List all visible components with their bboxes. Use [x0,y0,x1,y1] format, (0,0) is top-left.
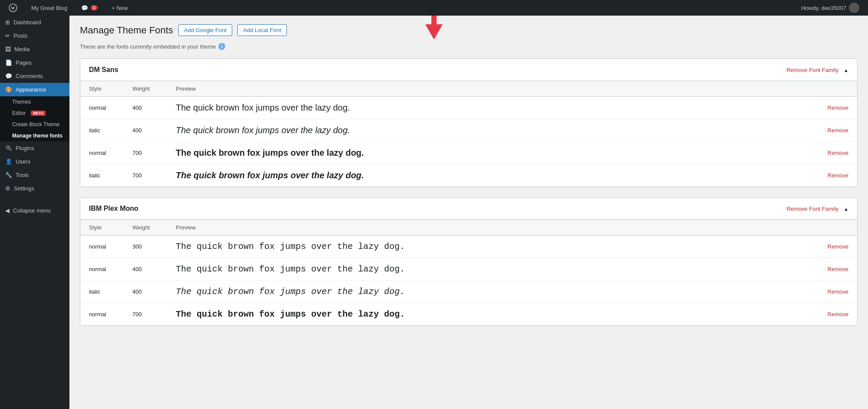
dm-sans-actions: Remove Font Family [786,66,848,73]
admin-bar: W My Great Blog 💬 0 + New Howdy, dee3500… [0,0,868,16]
settings-icon: ⚙ [5,185,10,192]
site-name: My Great Blog [31,5,67,11]
comment-icon: 💬 [81,5,88,11]
sidebar-item-tools[interactable]: 🔧 Tools [0,168,69,182]
ibm-plex-mono-collapse-icon[interactable] [844,205,848,212]
comments-item[interactable]: 💬 0 [78,0,101,16]
remove-dm-sans-button[interactable]: Remove Font Family [786,67,838,73]
table-row: normal 400 The quick brown fox jumps ove… [80,258,857,281]
sidebar-item-pages[interactable]: 📄 Pages [0,56,69,69]
remove-variant-button[interactable]: Remove [828,105,848,111]
comment-count: 0 [91,5,98,10]
sidebar-item-posts[interactable]: ✏ Posts [0,29,69,43]
remove-variant-button[interactable]: Remove [828,311,848,317]
style-cell: normal [80,236,124,258]
weight-cell: 400 [124,119,167,142]
dm-sans-name: DM Sans [89,66,118,74]
collapse-menu[interactable]: ◀ Collapse menu [0,204,69,217]
sidebar-item-appearance[interactable]: 🎨 Appearance [0,83,69,96]
page-title: Manage Theme Fonts [80,25,173,36]
new-item[interactable]: + New [108,0,131,16]
sidebar-item-plugins[interactable]: 🔌 Plugins [0,141,69,155]
appearance-submenu: Themes Editor beta Create Block Theme Ma… [0,96,69,141]
weight-cell: 700 [124,164,167,187]
preview-cell: The quick brown fox jumps over the lazy … [167,119,819,142]
action-cell: Remove [819,281,857,303]
preview-text: The quick brown fox jumps over the lazy … [176,125,350,135]
sidebar-item-users[interactable]: 👤 Users [0,155,69,168]
info-icon[interactable]: i [218,43,225,50]
col-header-preview: Preview [167,220,819,236]
table-row: normal 300 The quick brown fox jumps ove… [80,236,857,258]
weight-cell: 400 [124,258,167,281]
action-cell: Remove [819,258,857,281]
remove-variant-button[interactable]: Remove [828,243,848,250]
sidebar-item-create-block-theme[interactable]: Create Block Theme [0,119,69,130]
remove-variant-button[interactable]: Remove [828,266,848,272]
weight-cell: 400 [124,97,167,119]
preview-text: The quick brown fox jumps over the lazy … [176,170,364,180]
beta-badge: beta [31,111,46,116]
add-google-font-button[interactable]: Add Google Font [178,24,232,36]
dm-sans-collapse-icon[interactable] [844,66,848,73]
sidebar: ⊞ Dashboard ✏ Posts 🖼 Media 📄 Pages 💬 Co… [0,16,69,409]
sidebar-item-settings[interactable]: ⚙ Settings [0,182,69,195]
preview-text: The quick brown fox jumps over the lazy … [176,242,405,252]
remove-variant-button[interactable]: Remove [828,172,848,179]
style-cell: normal [80,258,124,281]
add-local-font-button[interactable]: Add Local Font [237,24,286,36]
remove-variant-button[interactable]: Remove [828,288,848,295]
remove-variant-button[interactable]: Remove [828,127,848,134]
weight-cell: 700 [124,303,167,326]
action-cell: Remove [819,236,857,258]
sidebar-item-editor[interactable]: Editor beta [0,108,69,119]
remove-ibm-plex-mono-button[interactable]: Remove Font Family [786,206,838,212]
comments-icon: 💬 [5,73,12,79]
preview-cell: The quick brown fox jumps over the lazy … [167,142,819,164]
avatar [849,3,859,13]
weight-cell: 700 [124,142,167,164]
dm-sans-header: DM Sans Remove Font Family [80,59,857,81]
howdy-item[interactable]: Howdy, dee35007 [798,0,863,16]
subtitle-text: These are the fonts currently embedded i… [80,43,216,50]
action-cell: Remove [819,164,857,187]
weight-cell: 300 [124,236,167,258]
preview-cell: The quick brown fox jumps over the lazy … [167,258,819,281]
sidebar-item-media[interactable]: 🖼 Media [0,43,69,56]
wp-logo-item[interactable]: W [5,0,21,16]
ibm-plex-mono-table: Style Weight Preview normal 300 The quic… [80,220,857,325]
font-family-card-dm-sans: DM Sans Remove Font Family Style Weight … [80,59,858,187]
tools-icon: 🔧 [5,172,12,178]
plugins-icon: 🔌 [5,145,12,151]
site-name-item[interactable]: My Great Blog [28,0,71,16]
style-cell: normal [80,303,124,326]
preview-cell: The quick brown fox jumps over the lazy … [167,164,819,187]
sidebar-item-manage-theme-fonts[interactable]: Manage theme fonts [0,130,69,141]
ibm-plex-mono-header: IBM Plex Mono Remove Font Family [80,198,857,220]
howdy-text: Howdy, dee35007 [801,5,846,11]
main-content: Manage Theme Fonts Add Google Font Add L… [69,16,868,409]
table-row: normal 700 The quick brown fox jumps ove… [80,142,857,164]
table-row: italic 400 The quick brown fox jumps ove… [80,119,857,142]
table-row: normal 400 The quick brown fox jumps ove… [80,97,857,119]
ibm-plex-mono-actions: Remove Font Family [786,205,848,212]
preview-text: The quick brown fox jumps over the lazy … [176,103,350,112]
page-subtitle: These are the fonts currently embedded i… [80,43,858,50]
sidebar-item-comments[interactable]: 💬 Comments [0,69,69,83]
col-header-style: Style [80,81,124,97]
sidebar-item-dashboard[interactable]: ⊞ Dashboard [0,16,69,29]
action-cell: Remove [819,303,857,326]
preview-cell: The quick brown fox jumps over the lazy … [167,281,819,303]
col-header-weight: Weight [124,220,167,236]
new-label: + New [112,5,128,11]
col-header-style: Style [80,220,124,236]
remove-variant-button[interactable]: Remove [828,150,848,156]
table-row: normal 700 The quick brown fox jumps ove… [80,303,857,326]
style-cell: italic [80,164,124,187]
preview-cell: The quick brown fox jumps over the lazy … [167,97,819,119]
preview-cell: The quick brown fox jumps over the lazy … [167,236,819,258]
dm-sans-table: Style Weight Preview normal 400 The quic… [80,81,857,187]
preview-cell: The quick brown fox jumps over the lazy … [167,303,819,326]
style-cell: normal [80,142,124,164]
sidebar-item-themes[interactable]: Themes [0,96,69,108]
